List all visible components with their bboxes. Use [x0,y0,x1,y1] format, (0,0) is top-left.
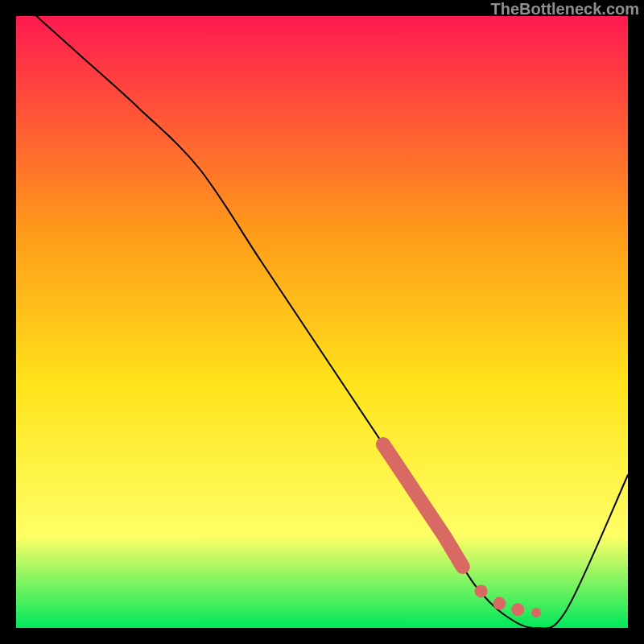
optimal-range-line [383,444,463,567]
optimal-range-dot [493,597,506,610]
optimal-range-dot [511,603,524,616]
chart-area [16,16,628,628]
chart-overlay [16,16,628,628]
optimal-range-dot [531,608,541,617]
watermark-text: TheBottleneck.com [491,0,639,19]
optimal-range-dot [475,584,488,597]
optimal-range-marker [383,444,541,617]
bottleneck-curve [16,0,628,629]
